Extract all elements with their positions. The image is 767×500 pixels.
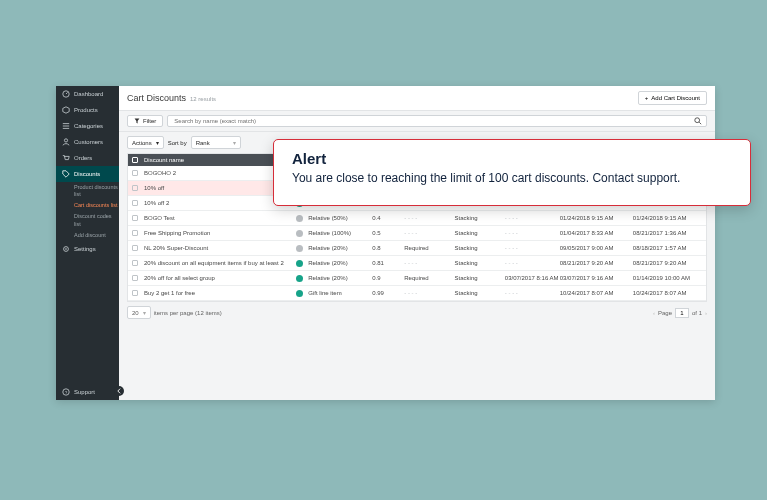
- sidebar-item-orders[interactable]: Orders: [56, 150, 119, 166]
- sortby-label: Sort by: [168, 140, 187, 146]
- filter-label: Filter: [143, 118, 156, 124]
- cell-mode: Stacking: [455, 230, 505, 236]
- page-lead: Page: [658, 310, 672, 316]
- cell-requires: - - - -: [404, 290, 454, 296]
- cell-name: BOGOHO 2: [142, 170, 290, 176]
- row-checkbox[interactable]: [128, 275, 142, 281]
- page-tail: of 1: [692, 310, 702, 316]
- list-icon: [62, 122, 70, 130]
- cell-rank: 0.4: [372, 215, 404, 221]
- cell-mode: Stacking: [455, 215, 505, 221]
- cell-store: - - - -: [505, 245, 560, 251]
- sub-discount-codes[interactable]: Discount codes list: [74, 211, 119, 229]
- table-row[interactable]: BOGO TestRelative (50%)0.4- - - -Stackin…: [128, 211, 706, 226]
- row-checkbox[interactable]: [128, 260, 142, 266]
- status-dot-icon: [296, 290, 303, 297]
- svg-point-6: [64, 139, 67, 142]
- status-dot-icon: [296, 260, 303, 267]
- sortby-dropdown[interactable]: Rank ▾: [191, 136, 241, 149]
- table-row[interactable]: Free Shipping PromotionRelative (100%)0.…: [128, 226, 706, 241]
- caret-down-icon: ▾: [156, 139, 159, 146]
- filter-button[interactable]: Filter: [127, 115, 163, 127]
- cell-store: - - - -: [505, 260, 560, 266]
- cell-requires: Required: [404, 245, 454, 251]
- row-checkbox[interactable]: [128, 185, 142, 191]
- sub-product-discounts[interactable]: Product discounts list: [74, 182, 119, 200]
- table-row[interactable]: 20% discount on all equipment items if b…: [128, 256, 706, 271]
- row-checkbox[interactable]: [128, 200, 142, 206]
- cell-status: [290, 215, 308, 222]
- cell-created: 01/04/2017 8:33 AM: [560, 230, 633, 236]
- sidebar-item-categories[interactable]: Categories: [56, 118, 119, 134]
- cell-name: NL 20% Super-Discount: [142, 245, 290, 251]
- actions-dropdown[interactable]: Actions ▾: [127, 136, 164, 149]
- sidebar-label: Orders: [74, 155, 92, 161]
- sidebar-item-discounts[interactable]: Discounts: [56, 166, 119, 182]
- cell-name: 20% discount on all equipment items if b…: [142, 260, 290, 266]
- sub-cart-discounts[interactable]: Cart discounts list: [74, 200, 119, 211]
- sidebar-label: Support: [74, 389, 95, 395]
- sidebar-item-products[interactable]: Products: [56, 102, 119, 118]
- row-checkbox[interactable]: [128, 170, 142, 176]
- svg-line-12: [699, 122, 701, 124]
- cell-requires: Required: [404, 275, 454, 281]
- gear-icon: [62, 245, 70, 253]
- cell-requires: - - - -: [404, 215, 454, 221]
- table-row[interactable]: 20% off for all select groupRelative (20…: [128, 271, 706, 286]
- cell-status: [290, 290, 308, 297]
- add-cart-discount-button[interactable]: + Add Cart Discount: [638, 91, 707, 105]
- cell-requires: - - - -: [404, 230, 454, 236]
- table-row[interactable]: Buy 2 get 1 for freeGift line item0.99- …: [128, 286, 706, 301]
- funnel-icon: [134, 118, 140, 124]
- sidebar: Dashboard Products Categories Customers …: [56, 86, 119, 400]
- cell-mode: Stacking: [455, 290, 505, 296]
- sidebar-item-dashboard[interactable]: Dashboard: [56, 86, 119, 102]
- cell-modified: 01/14/2019 10:00 AM: [633, 275, 706, 281]
- per-page-dropdown[interactable]: 20 ▾: [127, 306, 151, 319]
- cell-mode: Stacking: [455, 260, 505, 266]
- page-current-input[interactable]: [675, 308, 689, 318]
- cell-modified: 08/21/2017 1:36 AM: [633, 230, 706, 236]
- cell-created: 09/05/2017 9:00 AM: [560, 245, 633, 251]
- alert-title: Alert: [292, 150, 732, 167]
- results-count: 12 results: [190, 96, 216, 102]
- cell-calculation: Relative (20%): [308, 245, 372, 251]
- per-page-label: items per page (12 items): [154, 310, 222, 316]
- cell-status: [290, 245, 308, 252]
- cell-calculation: Relative (20%): [308, 260, 372, 266]
- cell-store: - - - -: [505, 290, 560, 296]
- cell-name: Buy 2 get 1 for free: [142, 290, 290, 296]
- cell-name: 10% off 2: [142, 200, 290, 206]
- question-icon: ?: [62, 388, 70, 396]
- cell-modified: 10/24/2017 8:07 AM: [633, 290, 706, 296]
- row-checkbox[interactable]: [128, 230, 142, 236]
- cell-calculation: Gift line item: [308, 290, 372, 296]
- search-icon[interactable]: [694, 117, 702, 125]
- search-input[interactable]: [172, 116, 694, 126]
- select-all-checkbox[interactable]: [128, 157, 142, 163]
- page-next-button[interactable]: ›: [705, 310, 707, 316]
- cell-store: - - - -: [505, 230, 560, 236]
- sortby-value: Rank: [196, 140, 210, 146]
- cell-created: 08/21/2017 9:20 AM: [560, 260, 633, 266]
- sidebar-item-customers[interactable]: Customers: [56, 134, 119, 150]
- table-row[interactable]: NL 20% Super-DiscountRelative (20%)0.8Re…: [128, 241, 706, 256]
- cell-rank: 0.81: [372, 260, 404, 266]
- page-prev-button[interactable]: ‹: [653, 310, 655, 316]
- cell-modified: 01/24/2018 9:15 AM: [633, 215, 706, 221]
- sidebar-item-settings[interactable]: Settings: [56, 241, 119, 257]
- row-checkbox[interactable]: [128, 290, 142, 296]
- cell-rank: 0.99: [372, 290, 404, 296]
- status-dot-icon: [296, 245, 303, 252]
- sidebar-collapse-button[interactable]: [114, 386, 124, 396]
- sub-add-discount[interactable]: Add discount: [74, 230, 119, 241]
- col-name[interactable]: Discount name: [142, 157, 290, 163]
- cell-store: 03/07/2017 8:16 AM: [505, 275, 560, 281]
- sidebar-item-support[interactable]: ? Support: [56, 384, 119, 400]
- row-checkbox[interactable]: [128, 215, 142, 221]
- cart-icon: [62, 154, 70, 162]
- row-checkbox[interactable]: [128, 245, 142, 251]
- cell-store: - - - -: [505, 215, 560, 221]
- plus-icon: +: [645, 95, 649, 101]
- person-icon: [62, 138, 70, 146]
